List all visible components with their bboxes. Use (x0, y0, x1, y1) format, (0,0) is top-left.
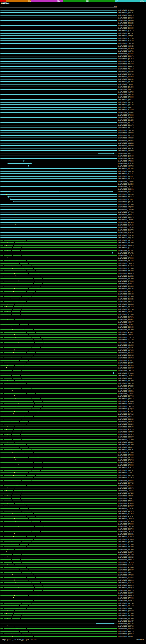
hit-label[interactable]: UniRef100_Q06WY6 (118, 362, 134, 364)
hit-label[interactable]: UniRef100_C7LPH1 (118, 252, 134, 254)
alignment-row[interactable]: UniRef100_Q3B532 (0, 479, 146, 482)
hit-label[interactable]: UniRef100_B5GYY3 (118, 229, 134, 231)
hit-label[interactable]: UniRef100_A7HXW3 (118, 232, 134, 234)
alignment-row[interactable]: UniRef100_UPI000... (0, 114, 146, 116)
hit-label[interactable]: UniRef100_P31112 (118, 68, 134, 70)
hit-label[interactable]: UniRef100_A0M9F5 (118, 487, 134, 489)
hit-label[interactable]: UniRef100_A7HFN7 (118, 516, 134, 517)
alignment-row[interactable]: UniRef100_B8LLP3 (0, 124, 146, 126)
alignment-row[interactable]: UniRef100_UPI000... (0, 267, 146, 270)
hit-label[interactable]: UniRef100_C4RRH0 (118, 209, 134, 211)
alignment-row[interactable]: UniRef100_B6VC73 (0, 40, 146, 42)
hit-label[interactable]: UniRef100_A5P3E9 (118, 349, 134, 351)
hit-label[interactable]: UniRef100_A3TQY3 (118, 510, 134, 512)
alignment-row[interactable]: UniRef100_Q8VXB3 (0, 193, 146, 196)
alignment-row[interactable]: UniRef100_A6U2T9 (0, 536, 146, 538)
hit-label[interactable]: UniRef100_UPI000... (118, 270, 137, 272)
hit-label[interactable]: UniRef100_B6VF14 (118, 301, 134, 302)
alignment-row[interactable]: UniRef100_Q8GGL7 (0, 415, 146, 418)
alignment-row[interactable]: UniRef100_Q3K582 (0, 418, 146, 420)
alignment-row[interactable]: UniRef100_Q84RD8 (0, 70, 146, 73)
hit-label[interactable]: UniRef100_A1UCK8 (118, 428, 134, 430)
alignment-row[interactable]: UniRef100_A9NW88 (0, 142, 146, 144)
alignment-row[interactable]: UniRef100_Q5QU69 (0, 19, 146, 22)
hit-label[interactable]: UniRef100_C4E768 (118, 357, 134, 359)
hit-label[interactable]: UniRef100_Q9SP37 (118, 81, 134, 83)
hit-label[interactable]: UniRef100_Q7VYY0 (118, 610, 134, 612)
hit-label[interactable]: UniRef100_C5E1N6 (118, 526, 134, 528)
hit-label[interactable]: UniRef100_C4XQV1 (118, 324, 134, 326)
hit-label[interactable]: UniRef100_A6DH91 (118, 441, 134, 443)
hit-label[interactable]: UniRef100_A4FGJ3 (118, 364, 134, 366)
alignment-row[interactable]: UniRef100_C5L197 (0, 338, 146, 341)
alignment-row[interactable]: UniRef100_A4X1J2 (0, 290, 146, 293)
hit-label[interactable]: UniRef100_C7QCG3 (118, 226, 134, 228)
alignment-row[interactable]: UniRef100_B3EDY3 (0, 433, 146, 436)
hit-label[interactable]: UniRef100_B5AJM7 (118, 620, 134, 622)
alignment-row[interactable]: UniRef100_Q9K2B6 (0, 354, 146, 356)
hit-label[interactable]: UniRef100_A4X1J2 (118, 290, 134, 292)
hit-label[interactable]: UniRef100_B9QGX3 (118, 22, 134, 24)
hit-label[interactable]: UniRef100_UPI000... (118, 618, 137, 620)
alignment-row[interactable]: UniRef100_C1GW79 (0, 551, 146, 553)
hit-label[interactable]: UniRef100_Q84RD9 (118, 17, 134, 19)
alignment-row[interactable]: UniRef100_B2IFW9 (0, 553, 146, 556)
hit-label[interactable]: UniRef100_A5CP58 (118, 477, 134, 479)
alignment-row[interactable]: UniRef100_B9MWT0 (0, 594, 146, 597)
alignment-row[interactable]: UniRef100_A6BEZ2 (0, 582, 146, 584)
alignment-row[interactable]: UniRef100_B9GFJ3 (0, 62, 146, 65)
hit-label[interactable]: UniRef100_B8FFD8 (118, 395, 134, 397)
alignment-row[interactable]: UniRef100_A1KYB0 (0, 91, 146, 93)
alignment-row[interactable]: UniRef100_B9S9Y6 (0, 14, 146, 16)
alignment-row[interactable]: UniRef100_P93753 (0, 93, 146, 96)
hit-label[interactable]: UniRef100_B3E7N8 (118, 602, 134, 604)
hit-label[interactable]: UniRef100_UPI000... (118, 380, 137, 382)
alignment-row[interactable]: UniRef100_B3E354 (0, 351, 146, 354)
alignment-row[interactable]: UniRef100_Q2XTD0 (0, 73, 146, 76)
alignment-row[interactable]: UniRef100_Q2ALN1 (0, 200, 146, 203)
alignment-row[interactable]: UniRef100_A9BDP7 (0, 321, 146, 323)
hit-label[interactable]: UniRef100_Q2IPW1 (118, 250, 134, 252)
hit-label[interactable]: UniRef100_A6LFR4 (118, 457, 134, 458)
hit-label[interactable]: UniRef100_Q83Y57 (118, 398, 134, 400)
alignment-row[interactable]: UniRef100_C8ZJ75 (0, 334, 146, 336)
alignment-row[interactable]: UniRef100_A9AVF5 (0, 310, 146, 313)
alignment-row[interactable]: UniRef100_UPI000... (0, 444, 146, 446)
hit-label[interactable]: UniRef100_Q5D6C5 (118, 25, 134, 26)
hit-label[interactable]: UniRef100_B6ZY02 (118, 623, 134, 624)
hit-label[interactable]: UniRef100_A4Z939 (118, 48, 134, 50)
alignment-row[interactable]: UniRef100_Q2REU5 (0, 12, 146, 14)
alignment-row[interactable]: UniRef100_B9J8T5 (0, 213, 146, 216)
alignment-row[interactable]: UniRef100_Q73UK6 (0, 538, 146, 540)
hit-label[interactable]: UniRef100_Q5D6C4 (118, 27, 134, 29)
hit-label[interactable]: UniRef100_A0JVE0 (118, 165, 134, 167)
hit-label[interactable]: UniRef100_C6JE57 (118, 490, 134, 492)
hit-label[interactable]: UniRef100_A1R4D6 (118, 400, 134, 402)
hit-label[interactable]: UniRef100_A9RP29 (118, 150, 134, 152)
hit-label[interactable]: UniRef100_B5IEX6 (118, 298, 134, 300)
alignment-row[interactable]: UniRef100_B4S716 (0, 589, 146, 592)
hit-label[interactable]: UniRef100_A9JU72 (118, 421, 134, 423)
alignment-row[interactable]: UniRef100_UPI000... (0, 614, 146, 617)
alignment-row[interactable]: UniRef100_C1EH64 (0, 183, 146, 185)
hit-label[interactable]: UniRef100_P49172 (118, 89, 134, 90)
hit-label[interactable]: UniRef100_P50246 (118, 42, 134, 44)
hit-label[interactable]: UniRef100_UPI000... (118, 242, 137, 244)
alignment-row[interactable]: UniRef100_C6W725 (0, 369, 146, 372)
alignment-row[interactable]: UniRef100_Q01SV7 (0, 104, 146, 106)
alignment-row[interactable]: UniRef100_C7QFD8 (0, 459, 146, 461)
hit-label[interactable]: UniRef100_UPI000... (118, 454, 137, 456)
alignment-row[interactable]: UniRef100_B1MF64 (0, 466, 146, 469)
hit-label[interactable]: UniRef100_Q3B047 (118, 636, 134, 637)
alignment-row[interactable]: UniRef100_C8X588 (0, 293, 146, 295)
hit-label[interactable]: UniRef100_P50250 (118, 342, 134, 343)
alignment-row[interactable]: UniRef100_Q5D6C5 (0, 24, 146, 27)
alignment-row[interactable]: UniRef100_B5AJM7 (0, 620, 146, 622)
hit-label[interactable]: UniRef100_Q2LSQ9 (118, 285, 134, 287)
alignment-row[interactable]: UniRef100_A7Q729 (0, 206, 146, 208)
alignment-row[interactable]: UniRef100_B6ZY80 (0, 625, 146, 627)
alignment-row[interactable]: UniRef100_C6IJV9 (0, 561, 146, 564)
hit-label[interactable]: UniRef100_C6GWF9 (118, 592, 134, 594)
alignment-row[interactable]: UniRef100_A4Z939 (0, 47, 146, 50)
alignment-row[interactable]: UniRef100_A8MQP1 (0, 34, 146, 37)
